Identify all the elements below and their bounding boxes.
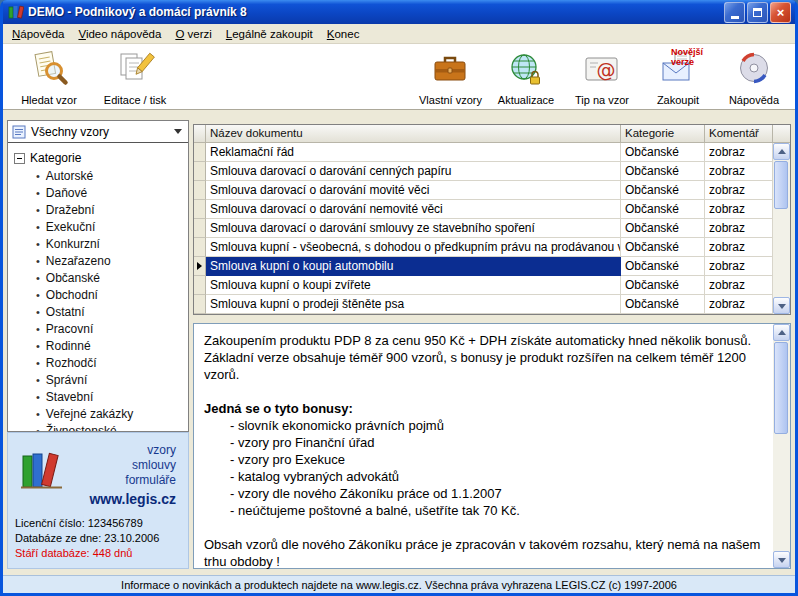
category-list: Autorské Daňové Dražební Exekuční Konkur… (8, 167, 188, 432)
category-item[interactable]: Stavební (8, 388, 188, 405)
cell-comment-link[interactable]: zobraz (705, 200, 773, 219)
scroll-thumb[interactable] (774, 342, 788, 434)
category-item[interactable]: Ostatní (8, 303, 188, 320)
cell-comment-link[interactable]: zobraz (705, 276, 773, 295)
cell-document-name[interactable]: Smlouva kupní - všeobecná, s dohodou o p… (206, 238, 621, 257)
category-item[interactable]: Obchodní (8, 286, 188, 303)
header-filler (773, 125, 790, 143)
cell-document-name[interactable]: Smlouva darovací o darování nemovité věc… (206, 200, 621, 219)
category-item[interactable]: Exekuční (8, 218, 188, 235)
category-item[interactable]: Daňové (8, 184, 188, 201)
table-row[interactable]: Smlouva kupní o koupi zvířete Občanské z… (194, 276, 773, 295)
cell-document-name[interactable]: Smlouva darovací o darování cenných papí… (206, 162, 621, 181)
toolbar-aktualizace-button[interactable]: Aktualizace (495, 48, 557, 108)
category-item[interactable]: Nezařazeno (8, 252, 188, 269)
scroll-up-icon[interactable] (773, 324, 790, 341)
table-row[interactable]: Smlouva darovací o darování smlouvy ze s… (194, 219, 773, 238)
toolbar-vlastni-vzory-button[interactable]: Vlastní vzory (419, 48, 481, 108)
table-row[interactable]: Smlouva kupní o prodeji štěněte psa Obča… (194, 295, 773, 314)
category-item[interactable]: Rozhodčí (8, 354, 188, 371)
category-item[interactable]: Živnostenské (8, 422, 188, 432)
cell-comment-link[interactable]: zobraz (705, 295, 773, 314)
filter-combo[interactable]: Všechny vzory (8, 121, 188, 143)
scroll-down-icon[interactable] (773, 551, 790, 568)
collapse-icon[interactable] (14, 153, 25, 164)
cell-document-name[interactable]: Smlouva darovací o darování smlouvy ze s… (206, 219, 621, 238)
cell-comment-link[interactable]: zobraz (705, 162, 773, 181)
toolbar-hledat-vzor-button[interactable]: Hledat vzor (15, 48, 83, 108)
category-item[interactable]: Dražební (8, 201, 188, 218)
category-item[interactable]: Pracovní (8, 320, 188, 337)
cell-category[interactable]: Občanské (621, 200, 705, 219)
table-row[interactable]: Smlouva darovací o darování cenných papí… (194, 162, 773, 181)
description-scrollbar[interactable] (773, 324, 790, 568)
cell-category[interactable]: Občanské (621, 257, 705, 276)
category-item[interactable]: Občanské (8, 269, 188, 286)
scroll-thumb[interactable] (774, 161, 788, 209)
cell-comment-link[interactable]: zobraz (705, 143, 773, 162)
row-selector[interactable] (194, 143, 206, 162)
cell-comment-link[interactable]: zobraz (705, 181, 773, 200)
category-item[interactable]: Autorské (8, 167, 188, 184)
minimize-button[interactable] (724, 2, 745, 23)
cell-document-name[interactable]: Smlouva kupní o prodeji štěněte psa (206, 295, 621, 314)
category-label: Občanské (46, 271, 100, 285)
row-selector[interactable] (194, 276, 206, 295)
row-selector[interactable] (194, 219, 206, 238)
column-header-name[interactable]: Název dokumentu (206, 125, 621, 143)
cell-comment-link[interactable]: zobraz (705, 257, 773, 276)
search-document-icon (15, 50, 83, 90)
row-selector[interactable] (194, 238, 206, 257)
cell-category[interactable]: Občanské (621, 162, 705, 181)
bonus-item: - katalog vybraných advokátů (204, 468, 764, 485)
category-item[interactable]: Rodinné (8, 337, 188, 354)
menu-item[interactable]: Legálně zakoupit (219, 26, 320, 42)
chevron-down-icon[interactable] (174, 129, 182, 134)
table-row[interactable]: Smlouva darovací o darování movité věci … (194, 181, 773, 200)
cell-category[interactable]: Občanské (621, 219, 705, 238)
tree-root[interactable]: Kategorie (8, 143, 188, 167)
cell-category[interactable]: Občanské (621, 238, 705, 257)
table-row[interactable]: Smlouva kupní - všeobecná, s dohodou o p… (194, 238, 773, 257)
cell-category[interactable]: Občanské (621, 143, 705, 162)
cell-document-name[interactable]: Smlouva kupní o koupi automobilu (206, 257, 621, 276)
table-scrollbar[interactable] (773, 143, 790, 314)
category-item[interactable]: Veřejné zakázky (8, 405, 188, 422)
row-selector[interactable] (194, 295, 206, 314)
row-selector[interactable] (194, 181, 206, 200)
bullet-icon (36, 203, 40, 217)
category-item[interactable]: Správní (8, 371, 188, 388)
cell-comment-link[interactable]: zobraz (705, 219, 773, 238)
menu-item[interactable]: O verzi (168, 26, 218, 42)
menu-item[interactable]: Konec (320, 26, 367, 42)
toolbar-zakoupit-button[interactable]: Novější verze Zakoupit (647, 48, 709, 108)
database-age: Stáří databáze: 448 dnů (15, 546, 159, 561)
cell-comment-link[interactable]: zobraz (705, 238, 773, 257)
maximize-button[interactable] (747, 2, 768, 23)
scroll-down-icon[interactable] (773, 297, 790, 314)
close-button[interactable]: × (770, 2, 791, 23)
cell-category[interactable]: Občanské (621, 276, 705, 295)
menu-item[interactable]: Nápověda (5, 26, 71, 42)
row-selector[interactable] (194, 200, 206, 219)
titlebar[interactable]: DEMO - Podnikový a domácí právník 8 × (3, 0, 795, 24)
row-selector[interactable] (194, 257, 206, 276)
menu-item[interactable]: Video nápověda (71, 26, 168, 42)
cell-category[interactable]: Občanské (621, 181, 705, 200)
cell-document-name[interactable]: Smlouva kupní o koupi zvířete (206, 276, 621, 295)
toolbar-editace-tisk-button[interactable]: Editace / tisk (101, 48, 169, 108)
table-row[interactable]: Smlouva darovací o darování nemovité věc… (194, 200, 773, 219)
column-header-category[interactable]: Kategorie (621, 125, 705, 143)
cell-document-name[interactable]: Reklamační řád (206, 143, 621, 162)
category-item[interactable]: Konkurzní (8, 235, 188, 252)
table-row[interactable]: Smlouva kupní o koupi automobilu Občansk… (194, 257, 773, 276)
cell-category[interactable]: Občanské (621, 295, 705, 314)
row-selector[interactable] (194, 162, 206, 181)
cell-document-name[interactable]: Smlouva darovací o darování movité věci (206, 181, 621, 200)
column-header-comment[interactable]: Komentář (705, 125, 773, 143)
scroll-up-icon[interactable] (773, 143, 790, 160)
table-row[interactable]: Reklamační řád Občanské zobraz (194, 143, 773, 162)
bullet-icon (36, 237, 40, 251)
toolbar-tip-na-vzor-button[interactable]: @ Tip na vzor (571, 48, 633, 108)
toolbar-napoveda-button[interactable]: Nápověda (723, 48, 785, 108)
